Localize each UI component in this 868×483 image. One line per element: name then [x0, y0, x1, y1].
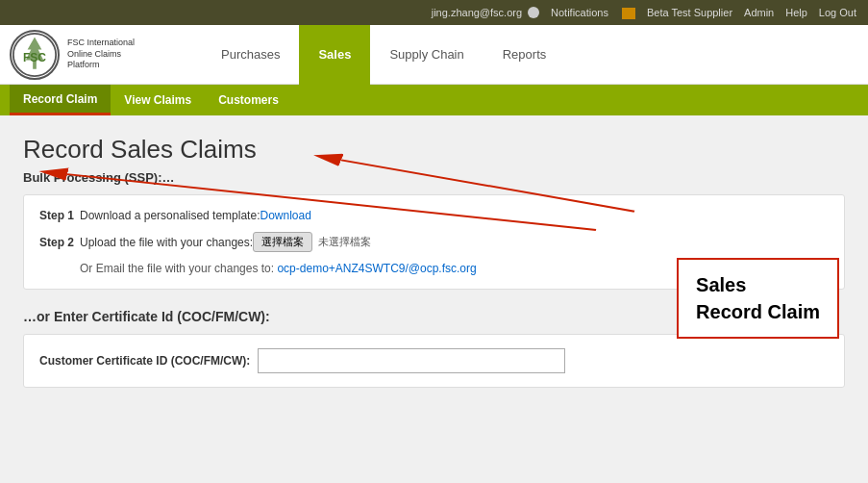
step2-text: Upload the file with your changes:: [80, 236, 253, 249]
annotation-line2: Record Claim: [696, 298, 820, 325]
file-none-label: 未選擇檔案: [318, 235, 371, 249]
subnav-customers[interactable]: Customers: [205, 85, 292, 115]
person-icon: [528, 7, 539, 18]
cert-row: Customer Certificate ID (COC/FM/CW):: [39, 348, 829, 373]
bulk-subtitle: Bulk Processing (SSP):…: [23, 170, 845, 185]
logo-area: FSC FSC International Online Claims Plat…: [10, 30, 183, 80]
top-bar: jing.zhang@fsc.org Notifications Beta Te…: [0, 0, 868, 25]
help-link[interactable]: Help: [785, 7, 807, 18]
step1-text: Download a personalised template:: [80, 209, 260, 222]
step1-row: Step 1 Download a personalised template:…: [39, 209, 829, 222]
fsc-logo: FSC: [10, 30, 60, 80]
cert-card: Customer Certificate ID (COC/FM/CW):: [23, 334, 845, 388]
logout-link[interactable]: Log Out: [819, 7, 856, 18]
annotation-box: Sales Record Claim: [677, 258, 839, 339]
user-info: jing.zhang@fsc.org: [432, 7, 539, 18]
download-link[interactable]: Download: [260, 209, 310, 222]
header: FSC FSC International Online Claims Plat…: [0, 25, 868, 85]
notifications-label[interactable]: Notifications: [551, 7, 608, 18]
beta-test-label: Beta Test Supplier: [647, 7, 732, 18]
email-link[interactable]: ocp-demo+ANZ4SWTC9/@ocp.fsc.org: [277, 262, 476, 275]
logo-text: FSC International Online Claims Platform: [67, 38, 135, 71]
nav-purchases[interactable]: Purchases: [202, 25, 299, 85]
subnav-record-claim[interactable]: Record Claim: [10, 85, 111, 115]
step2-row: Step 2 Upload the file with your changes…: [39, 232, 829, 252]
step1-label: Step 1: [39, 209, 74, 222]
nav-sales[interactable]: Sales: [299, 25, 370, 85]
nav-reports[interactable]: Reports: [484, 25, 566, 85]
cert-label: Customer Certificate ID (COC/FM/CW):: [39, 354, 250, 368]
content-area: Record Sales Claims Bulk Processing (SSP…: [0, 115, 868, 426]
admin-link[interactable]: Admin: [744, 7, 774, 18]
notification-icon: [622, 8, 635, 19]
email-prefix: Or Email the file with your changes to:: [80, 262, 274, 275]
subnav-view-claims[interactable]: View Claims: [111, 85, 205, 115]
user-email: jing.zhang@fsc.org: [432, 7, 522, 18]
sub-nav: Record Claim View Claims Customers: [0, 85, 868, 115]
page-title: Record Sales Claims: [23, 135, 845, 165]
annotation-line1: Sales: [696, 271, 820, 298]
file-upload-button[interactable]: 選擇檔案: [253, 232, 312, 252]
main-nav: Purchases Sales Supply Chain Reports: [202, 25, 858, 85]
cert-input[interactable]: [258, 348, 565, 373]
nav-supply-chain[interactable]: Supply Chain: [370, 25, 483, 85]
step2-label: Step 2: [39, 236, 74, 249]
